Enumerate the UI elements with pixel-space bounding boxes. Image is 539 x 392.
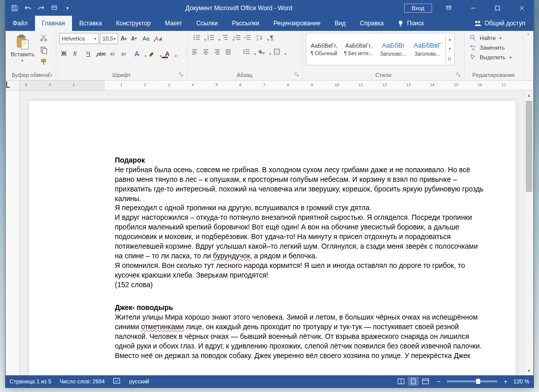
tab-help[interactable]: Справка <box>353 16 391 31</box>
style-heading1[interactable]: АаБбВіЗаголово... <box>376 34 410 64</box>
highlight-button[interactable] <box>146 49 159 58</box>
spellcheck-button[interactable] <box>113 377 121 385</box>
show-marks-button[interactable]: ¶ <box>267 33 276 42</box>
italic-button[interactable]: К <box>70 49 80 58</box>
read-mode-button[interactable] <box>396 377 407 386</box>
style-normal[interactable]: АаБбВвГг,¶ Обычный <box>307 34 341 64</box>
tab-design[interactable]: Конструктор <box>109 16 158 31</box>
align-right-button[interactable] <box>212 47 222 56</box>
decrease-indent-button[interactable] <box>233 33 242 42</box>
language-indicator[interactable]: русский <box>129 378 149 384</box>
styles-dialog-launcher[interactable] <box>456 72 463 79</box>
font-color-button[interactable]: A <box>161 49 174 58</box>
bullet-list-icon <box>193 34 200 41</box>
save-button[interactable] <box>9 2 21 14</box>
bold-button[interactable]: Ж <box>59 49 68 58</box>
multilevel-button[interactable] <box>219 33 232 42</box>
line-spacing-button[interactable] <box>240 47 253 56</box>
tab-insert[interactable]: Вставка <box>72 16 109 31</box>
shading-button[interactable] <box>255 47 268 56</box>
font-size-combo[interactable]: 10,5▾ <box>100 33 118 44</box>
underline-button[interactable]: Ч <box>82 49 95 58</box>
grow-font-button[interactable]: A▴ <box>119 34 128 43</box>
zoom-in-button[interactable]: + <box>501 378 510 385</box>
tab-review[interactable]: Рецензирование <box>266 16 328 31</box>
increase-indent-button[interactable] <box>243 33 252 42</box>
zoom-slider[interactable] <box>447 380 497 382</box>
format-painter-button[interactable] <box>39 57 49 67</box>
replace-button[interactable]: abac Заменить <box>468 44 520 52</box>
paste-button[interactable]: Вставить ▾ <box>9 33 37 64</box>
superscript-button[interactable]: x2 <box>119 49 128 58</box>
align-left-button[interactable] <box>190 47 199 56</box>
indent-icon <box>244 34 251 41</box>
document-body[interactable]: Подарок Не грибная была осень, совсем не… <box>115 155 487 361</box>
redo-button[interactable] <box>35 2 47 14</box>
styles-scroll-down[interactable]: ▾ <box>446 44 453 54</box>
justify-button[interactable] <box>224 47 233 56</box>
border-icon <box>273 48 280 55</box>
font-name-combo[interactable]: Helvetica▾ <box>59 33 99 44</box>
qat-more-button[interactable] <box>48 2 60 14</box>
subscript-button[interactable]: x2 <box>108 49 117 58</box>
qat-customize-button[interactable]: ▾ <box>61 2 74 14</box>
zoom-level[interactable]: 120 % <box>514 378 529 384</box>
align-center-button[interactable] <box>201 47 210 56</box>
scroll-up-button[interactable]: ▴ <box>525 91 533 100</box>
spellcheck-icon <box>113 377 121 384</box>
copy-button[interactable] <box>39 45 49 55</box>
svg-text:ac: ac <box>472 47 475 51</box>
ruler-vertical[interactable] <box>6 91 20 375</box>
tab-home[interactable]: Главная <box>35 16 73 31</box>
select-button[interactable]: Выделить▾ <box>468 53 520 61</box>
svg-point-8 <box>41 39 43 41</box>
minimize-button[interactable] <box>461 1 485 16</box>
find-button[interactable]: Найти▾ <box>468 34 520 42</box>
tab-mailings[interactable]: Рассылки <box>225 16 266 31</box>
scroll-thumb[interactable] <box>526 101 532 192</box>
svg-rect-1 <box>447 6 451 9</box>
strikethrough-button[interactable]: abc <box>97 49 106 58</box>
clear-formatting-button[interactable]: A◢ <box>154 34 163 43</box>
print-layout-button[interactable] <box>408 377 419 386</box>
bucket-icon <box>258 48 265 55</box>
tell-me-search[interactable]: Поиск <box>391 16 430 31</box>
bullets-button[interactable] <box>190 33 203 42</box>
collapse-ribbon-button[interactable]: ˄ <box>527 33 530 40</box>
paragraph-dialog-launcher[interactable] <box>294 72 301 79</box>
tab-references[interactable]: Ссылки <box>189 16 225 31</box>
maximize-button[interactable] <box>486 1 509 16</box>
scroll-down-button[interactable]: ▾ <box>525 366 533 375</box>
share-button[interactable]: Общий доступ <box>466 20 533 27</box>
ruler-horizontal[interactable]: 3211234567891011121314151617 <box>20 81 533 90</box>
tab-file[interactable]: Файл <box>6 16 35 31</box>
tab-layout[interactable]: Макет <box>158 16 189 31</box>
numbering-button[interactable]: 123 <box>204 33 218 42</box>
font-dialog-launcher[interactable] <box>178 72 186 79</box>
borders-button[interactable] <box>270 47 283 56</box>
page: Подарок Не грибная была осень, совсем не… <box>29 101 516 375</box>
login-button[interactable]: Вход <box>404 4 432 13</box>
undo-button[interactable] <box>22 2 34 14</box>
page-indicator[interactable]: Страница 1 из 5 <box>10 378 51 384</box>
styles-expand[interactable]: ⊟ <box>446 54 453 64</box>
sort-button[interactable]: AZ <box>253 33 266 42</box>
style-heading2[interactable]: АаБбВвГЗаголово... <box>411 34 444 64</box>
close-button[interactable] <box>510 1 533 16</box>
clipboard-dialog-launcher[interactable] <box>48 72 55 79</box>
share-icon <box>474 20 481 27</box>
web-layout-button[interactable] <box>420 377 431 386</box>
tab-view[interactable]: Вид <box>328 16 353 31</box>
cut-button[interactable] <box>39 33 49 43</box>
group-editing: Найти▾ abac Заменить Выделить▾ Редактиро… <box>464 31 523 80</box>
shrink-font-button[interactable]: A▾ <box>129 34 138 43</box>
styles-scroll-up[interactable]: ▴ <box>446 34 453 44</box>
change-case-button[interactable]: Aa <box>139 34 153 43</box>
zoom-out-button[interactable]: − <box>435 378 443 385</box>
style-no-spacing[interactable]: АаБбВвГг,¶ Без инте... <box>342 34 375 64</box>
document-scroll[interactable]: Подарок Не грибная была осень, совсем не… <box>20 91 524 375</box>
word-count[interactable]: Число слов: 2684 <box>59 378 104 384</box>
ribbon-display-button[interactable] <box>437 1 460 16</box>
scrollbar-vertical[interactable]: ▴ ▾ <box>524 91 533 375</box>
text-effects-button[interactable]: A <box>130 49 143 58</box>
